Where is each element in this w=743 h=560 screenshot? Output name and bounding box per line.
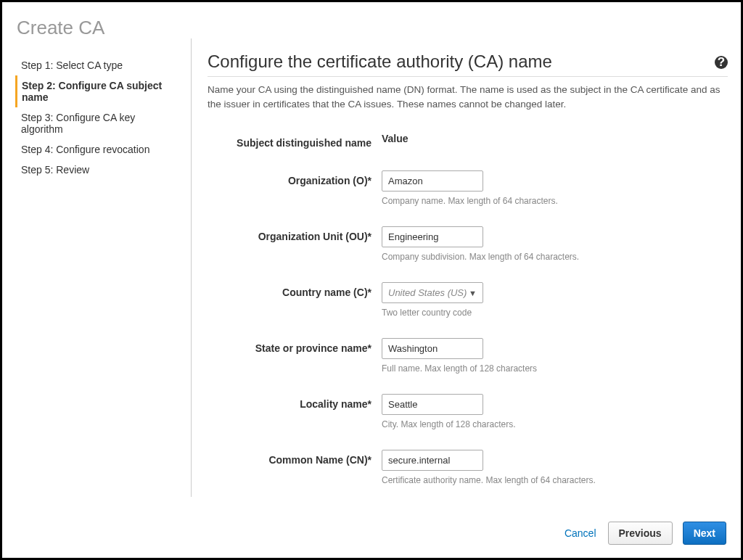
country-selected: United States (US) [388, 287, 467, 298]
org-unit-input[interactable] [382, 226, 483, 247]
state-hint: Full name. Max length of 128 characters [382, 363, 728, 374]
main-heading: Configure the certificate authority (CA)… [208, 52, 552, 72]
wizard-steps: Step 1: Select CA type Step 2: Configure… [15, 55, 182, 180]
country-label: Country name (C)* [208, 282, 382, 318]
common-name-input[interactable] [382, 450, 483, 471]
common-name-hint: Certificate authority name. Max length o… [382, 475, 728, 485]
organization-hint: Company name. Max length of 64 character… [382, 196, 728, 206]
state-input[interactable] [382, 338, 483, 359]
state-label: State or province name* [208, 338, 382, 374]
country-hint: Two letter country code [382, 308, 728, 318]
country-select[interactable]: United States (US) ▼ [382, 282, 483, 303]
sidebar: Create CA Step 1: Select CA type Step 2:… [2, 2, 191, 511]
column-header-left: Subject distinguished name [208, 133, 382, 149]
common-name-label: Common Name (CN)* [208, 450, 382, 485]
locality-hint: City. Max length of 128 characters. [382, 419, 728, 429]
org-unit-hint: Company subdivision. Max length of 64 ch… [382, 252, 728, 262]
chevron-down-icon: ▼ [469, 289, 477, 297]
step-1[interactable]: Step 1: Select CA type [15, 55, 182, 75]
organization-input[interactable] [382, 170, 483, 192]
help-icon[interactable]: ? [715, 56, 728, 69]
step-4[interactable]: Step 4: Configure revocation [15, 139, 182, 160]
next-button[interactable]: Next [683, 522, 726, 545]
description: Name your CA using the distinguished nam… [208, 83, 728, 111]
organization-label: Organization (O)* [208, 170, 382, 206]
org-unit-label: Organization Unit (OU)* [208, 226, 382, 262]
cancel-button[interactable]: Cancel [563, 523, 598, 543]
step-2[interactable]: Step 2: Configure CA subject name [15, 75, 182, 107]
divider [208, 76, 728, 77]
page-title: Create CA [17, 17, 182, 39]
locality-input[interactable] [382, 394, 483, 415]
column-header-right: Value [382, 133, 728, 149]
step-5[interactable]: Step 5: Review [15, 160, 182, 180]
main-panel: Configure the certificate authority (CA)… [191, 38, 741, 497]
footer: Cancel Previous Next [2, 511, 741, 558]
previous-button[interactable]: Previous [608, 522, 673, 545]
locality-label: Locality name* [208, 394, 382, 429]
step-3[interactable]: Step 3: Configure CA key algorithm [15, 107, 182, 139]
